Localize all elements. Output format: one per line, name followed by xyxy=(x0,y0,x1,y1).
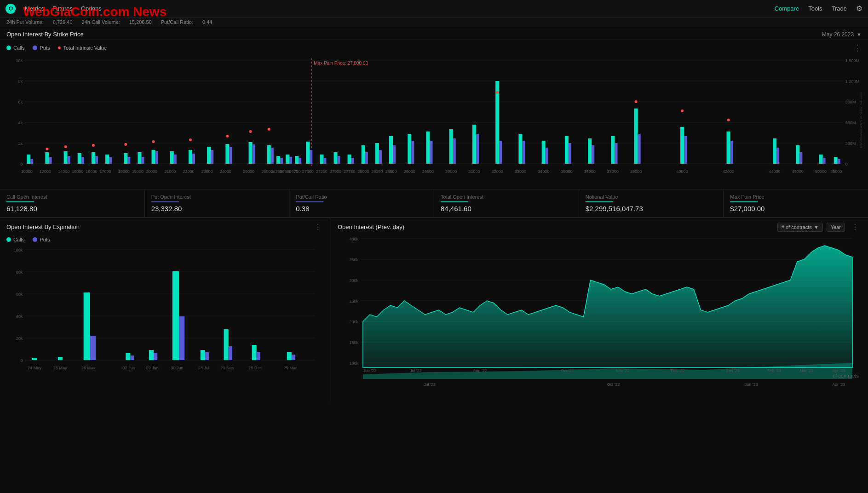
svg-rect-92 xyxy=(680,127,684,164)
svg-rect-35 xyxy=(141,157,144,164)
svg-rect-174 xyxy=(58,357,63,360)
svg-rect-64 xyxy=(362,145,365,164)
svg-text:40000: 40000 xyxy=(677,169,688,174)
svg-rect-82 xyxy=(542,141,546,164)
ratio-label: Put/Call Ratio: xyxy=(161,19,193,25)
top-chart-svg: 10k 8k 6k 4k 2k 0 1 500M 1 200M 900M 600… xyxy=(6,56,862,180)
svg-rect-49 xyxy=(271,148,274,164)
svg-text:26 May: 26 May xyxy=(81,366,95,370)
svg-text:16000: 16000 xyxy=(86,169,97,174)
svg-rect-58 xyxy=(320,155,323,164)
svg-text:45000: 45000 xyxy=(792,169,804,174)
svg-rect-97 xyxy=(776,148,779,164)
svg-text:Apr '23: Apr '23 xyxy=(832,382,845,387)
svg-rect-45 xyxy=(229,147,232,164)
svg-rect-85 xyxy=(569,143,571,164)
svg-text:Oct '22: Oct '22 xyxy=(607,382,620,387)
svg-rect-186 xyxy=(179,316,184,360)
svg-text:4k: 4k xyxy=(18,120,23,125)
svg-rect-51 xyxy=(280,158,283,164)
nav-right: Compare Tools Trade ⚙ xyxy=(775,4,862,13)
svg-rect-33 xyxy=(127,157,130,164)
svg-text:Jan '23: Jan '23 xyxy=(745,382,758,387)
svg-text:2k: 2k xyxy=(18,141,23,146)
historical-chart-title: Open Interest (Prev. day) xyxy=(338,224,404,230)
svg-rect-94 xyxy=(727,132,730,164)
svg-rect-90 xyxy=(634,109,638,164)
svg-text:22000: 22000 xyxy=(183,169,194,174)
contracts-dropdown[interactable]: # of contracts ▼ xyxy=(777,223,823,232)
top-chart-section: Open Interest By Strike Price May 26 202… xyxy=(0,27,868,218)
svg-text:23000: 23000 xyxy=(201,169,213,174)
svg-text:0: 0 xyxy=(20,358,23,363)
svg-text:36000: 36000 xyxy=(584,169,596,174)
svg-rect-86 xyxy=(588,138,592,164)
svg-rect-83 xyxy=(546,148,548,164)
historical-chart-options[interactable]: ⋮ xyxy=(849,222,862,232)
svg-point-106 xyxy=(92,144,95,147)
nav-metrics[interactable]: Metrics xyxy=(25,5,44,12)
svg-rect-23 xyxy=(49,157,52,164)
expiration-chart-svg: 100k 80k 60k 40k 20k 0 24 May 25 May 26 … xyxy=(6,245,324,378)
svg-text:300M: 300M xyxy=(845,141,856,146)
puts-dot xyxy=(33,46,37,50)
svg-text:26750: 26750 xyxy=(289,169,300,174)
settings-icon[interactable]: ⚙ xyxy=(856,4,862,13)
svg-rect-32 xyxy=(124,153,127,164)
svg-text:34000: 34000 xyxy=(538,169,549,174)
svg-rect-185 xyxy=(172,271,179,360)
svg-rect-192 xyxy=(229,346,232,360)
compare-button[interactable]: Compare xyxy=(775,5,799,12)
svg-rect-71 xyxy=(411,141,414,164)
svg-text:Intrinsic Value at Expiration : Intrinsic Value at Expiration (USD) xyxy=(860,92,862,148)
svg-rect-63 xyxy=(351,158,354,164)
svg-rect-195 xyxy=(257,352,260,360)
svg-rect-21 xyxy=(30,159,33,164)
svg-text:Nov '22: Nov '22 xyxy=(615,368,629,373)
top-chart-header: Open Interest By Strike Price May 26 202… xyxy=(0,27,868,40)
svg-rect-91 xyxy=(638,134,641,164)
bottom-row: Open Interest By Expiration ⋮ Calls Puts xyxy=(0,218,868,401)
svg-text:100k: 100k xyxy=(14,248,23,252)
calls-dot xyxy=(6,46,11,50)
svg-text:28000: 28000 xyxy=(357,169,369,174)
svg-rect-27 xyxy=(81,157,84,164)
svg-rect-98 xyxy=(796,145,799,164)
svg-rect-37 xyxy=(155,151,158,164)
svg-rect-29 xyxy=(95,156,98,164)
dropdown-chevron: ▼ xyxy=(814,224,819,230)
top-chart-legend: Calls Puts Total Intrinsic Value ⋮ xyxy=(0,40,868,56)
expiration-chart-options[interactable]: ⋮ xyxy=(311,222,324,232)
trade-button[interactable]: Trade xyxy=(832,5,847,12)
svg-rect-30 xyxy=(105,155,109,164)
svg-rect-87 xyxy=(592,145,594,164)
ratio-value: 0.44 xyxy=(202,19,212,25)
metric-ratio: Put/Call Ratio 0.38 xyxy=(289,189,434,217)
svg-rect-172 xyxy=(32,358,37,360)
svg-text:0: 0 xyxy=(20,162,23,166)
svg-text:Jun '22: Jun '22 xyxy=(363,368,377,373)
chart-options-icon[interactable]: ⋮ xyxy=(853,43,862,53)
tools-button[interactable]: Tools xyxy=(808,5,822,12)
svg-text:1 200M: 1 200M xyxy=(845,79,859,84)
year-button[interactable]: Year xyxy=(827,223,845,232)
svg-rect-103 xyxy=(838,159,840,164)
date-selector[interactable]: May 26 2023 xyxy=(822,31,854,38)
svg-text:35000: 35000 xyxy=(561,169,572,174)
svg-text:24 May: 24 May xyxy=(28,366,41,370)
svg-point-110 xyxy=(226,135,229,138)
svg-text:350k: 350k xyxy=(349,258,358,262)
svg-text:600M: 600M xyxy=(845,120,856,125)
svg-rect-72 xyxy=(426,132,430,164)
svg-text:28500: 28500 xyxy=(385,169,397,174)
top-chart-area: 10k 8k 6k 4k 2k 0 1 500M 1 200M 900M 600… xyxy=(0,56,868,189)
svg-rect-43 xyxy=(211,150,213,164)
svg-text:100k: 100k xyxy=(349,361,358,366)
svg-rect-47 xyxy=(253,144,255,164)
svg-text:300k: 300k xyxy=(349,278,358,283)
svg-rect-81 xyxy=(522,141,525,164)
nav-futures[interactable]: Futures xyxy=(52,5,73,12)
nav-options[interactable]: Options xyxy=(81,5,102,12)
svg-rect-48 xyxy=(267,145,271,164)
svg-point-115 xyxy=(681,109,684,112)
